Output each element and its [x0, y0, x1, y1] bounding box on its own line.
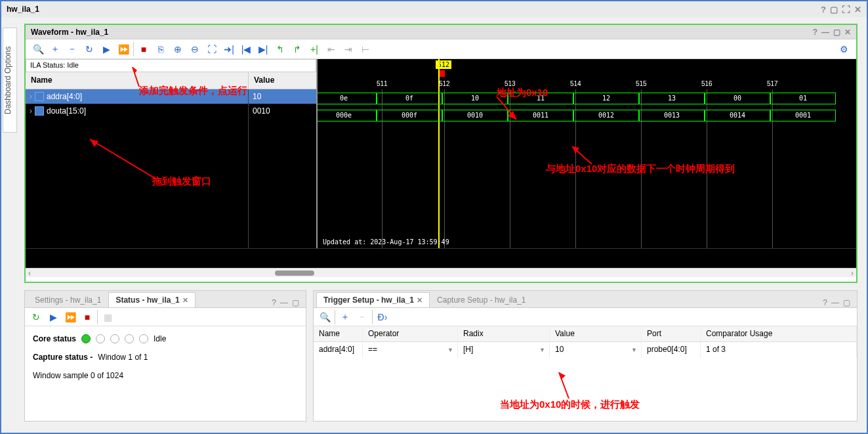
add-icon[interactable]: ＋: [338, 310, 352, 324]
bus-segment: 000f: [377, 110, 442, 121]
main-titlebar: hw_ila_1 ? ▢ ⛶ ✕: [1, 1, 867, 17]
marker-add-icon[interactable]: +|: [307, 42, 321, 56]
stop-icon[interactable]: ■: [80, 310, 94, 324]
restore-icon[interactable]: ▢: [833, 28, 840, 37]
goto-icon[interactable]: ➜|: [222, 42, 236, 56]
bus-segment: 11: [508, 93, 573, 104]
minimize-icon[interactable]: —: [280, 298, 288, 307]
export-icon[interactable]: ⎘: [154, 42, 168, 56]
signal-value: 0010: [249, 104, 316, 118]
refresh-icon[interactable]: ↻: [82, 42, 96, 56]
bus-segment: 01: [770, 93, 836, 104]
tick-label: 513: [505, 80, 516, 87]
status-led-green: [81, 334, 91, 343]
marker-opt-icon[interactable]: ⊢: [358, 42, 373, 56]
status-led: [139, 334, 148, 343]
help-icon[interactable]: ?: [272, 298, 276, 307]
waveform-title: Waveform - hw_ila_1: [31, 28, 108, 37]
run-all-icon[interactable]: ⏩: [63, 310, 77, 324]
close-icon[interactable]: ✕: [844, 28, 851, 37]
minimize-icon[interactable]: —: [831, 298, 839, 307]
restore-icon[interactable]: ▢: [830, 5, 838, 14]
tab-close-icon[interactable]: ✕: [182, 296, 188, 305]
ila-status: ILA Status: Idle: [26, 59, 316, 72]
remove-icon[interactable]: －: [65, 42, 79, 56]
close-icon[interactable]: ✕: [854, 5, 861, 14]
value-header: Value: [249, 72, 316, 89]
zoom-out-icon[interactable]: ⊖: [188, 42, 202, 56]
prev-edge-icon[interactable]: ↰: [273, 42, 287, 56]
tab-capture-setup[interactable]: Capture Setup - hw_ila_1: [430, 292, 533, 307]
add-icon[interactable]: ＋: [48, 42, 62, 56]
chevron-down-icon: ▼: [447, 347, 453, 353]
signal-panel: ILA Status: Idle Name Value › addra[4:0]…: [26, 59, 318, 248]
waveform-titlebar: Waveform - hw_ila_1 ? — ▢ ✕: [26, 25, 856, 39]
bus-segment: 000e: [318, 110, 377, 121]
tick-label: 512: [439, 80, 450, 87]
tick-label: 516: [701, 80, 713, 87]
tick-label: 517: [767, 80, 778, 87]
tab-close-icon[interactable]: ✕: [417, 296, 423, 305]
grid-icon[interactable]: ▦: [100, 310, 115, 324]
marker-next-icon[interactable]: ⇥: [341, 42, 356, 56]
refresh-icon[interactable]: ↻: [29, 310, 43, 324]
trigger-radix-select[interactable]: [H]▼: [458, 342, 550, 358]
tab-trigger-setup[interactable]: Trigger Setup - hw_ila_1✕: [316, 292, 430, 307]
bus-segment: 0010: [442, 110, 508, 121]
search-icon[interactable]: 🔍: [31, 42, 45, 56]
expand-icon[interactable]: ›: [30, 106, 32, 116]
wave-display[interactable]: 512 511512513514515516517 0e0f1011121300…: [318, 59, 856, 248]
go-end-icon[interactable]: ▶|: [256, 42, 270, 56]
tab-settings[interactable]: Settings - hw_ila_1: [28, 292, 108, 307]
trigger-comp: 1 of 3: [701, 342, 857, 358]
trigger-name: addra[4:0]: [314, 342, 363, 358]
trigger-operator-select[interactable]: ==▼: [363, 342, 458, 358]
run-icon[interactable]: ▶: [99, 42, 114, 56]
signal-value: 10: [249, 89, 316, 104]
bus-segment: 0001: [770, 110, 836, 121]
settings-icon[interactable]: ⚙: [837, 42, 851, 56]
bus-segment: 0014: [705, 110, 770, 121]
tab-status[interactable]: Status - hw_ila_1✕: [108, 292, 195, 307]
zoom-in-icon[interactable]: ⊕: [171, 42, 185, 56]
trigger-port: probe0[4:0]: [642, 342, 701, 358]
expand-icon[interactable]: ›: [30, 92, 32, 101]
restore-icon[interactable]: ▢: [843, 298, 850, 307]
chevron-down-icon: ▼: [539, 347, 545, 353]
marker-prev-icon[interactable]: ⇤: [324, 42, 339, 56]
window-sample-text: Window sample 0 of 1024: [33, 371, 298, 380]
zoom-fit-icon[interactable]: ⛶: [205, 42, 219, 56]
bus-segment: 0f: [377, 93, 442, 104]
remove-icon[interactable]: －: [355, 310, 369, 324]
search-icon[interactable]: 🔍: [318, 310, 332, 324]
stop-icon[interactable]: ■: [136, 42, 151, 56]
minimize-icon[interactable]: —: [821, 28, 829, 37]
run-all-icon[interactable]: ⏩: [116, 42, 131, 56]
maximize-icon[interactable]: ⛶: [842, 5, 850, 14]
bus-segment: 0e: [318, 93, 377, 104]
waveform-toolbar: 🔍 ＋ － ↻ ▶ ⏩ ■ ⎘ ⊕ ⊖ ⛶ ➜| |◀ ▶| ↰ ↱ +| ⇤ …: [26, 39, 856, 59]
bus-segment: 10: [442, 93, 508, 104]
bus-segment: 00: [705, 93, 770, 104]
bus-segment: 12: [573, 93, 639, 104]
help-icon[interactable]: ?: [823, 298, 827, 307]
next-edge-icon[interactable]: ↱: [290, 42, 304, 56]
updated-timestamp: Updated at: 2023-Aug-17 13:59:49: [323, 238, 449, 246]
bus-icon: [35, 106, 44, 116]
capture-status-label: Capture status -: [33, 353, 93, 362]
horizontal-scrollbar[interactable]: ›‹: [26, 268, 856, 277]
signal-row-addra[interactable]: › addra[4:0]: [26, 89, 248, 104]
dashboard-options-tab[interactable]: Dashboard Options: [3, 28, 17, 133]
trigger-value-input[interactable]: 10▼: [550, 342, 642, 358]
status-panel: Settings - hw_ila_1 Status - hw_ila_1✕ ?…: [24, 290, 306, 422]
signal-row-douta[interactable]: › douta[15:0]: [26, 104, 248, 118]
trigger-mode-icon[interactable]: Ð›: [375, 310, 390, 324]
help-icon[interactable]: ?: [821, 5, 826, 14]
trigger-table-row[interactable]: addra[4:0] ==▼ [H]▼ 10▼ probe0[4:0] 1 of…: [314, 342, 857, 358]
restore-icon[interactable]: ▢: [292, 298, 299, 307]
trigger-panel: Trigger Setup - hw_ila_1✕ Capture Setup …: [313, 290, 858, 422]
bus-icon: [35, 92, 44, 101]
help-icon[interactable]: ?: [813, 28, 817, 37]
go-start-icon[interactable]: |◀: [239, 42, 253, 56]
run-icon[interactable]: ▶: [46, 310, 60, 324]
